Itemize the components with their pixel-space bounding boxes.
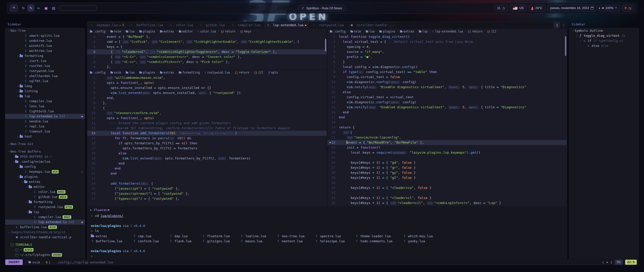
tree-item[interactable]: ☾keymaps.lua#10⚠ bbox=[5, 169, 85, 174]
tree-item[interactable]: ▸Juegos/Indies/SteamLibrary/st bbox=[5, 230, 85, 235]
tree-item[interactable]: ☾timeout.lua bbox=[5, 129, 85, 134]
tabpage-2[interactable]: 2 bbox=[560, 22, 567, 28]
breadcrumb-item[interactable]: {}[2] bbox=[254, 71, 263, 74]
breadcrumb-item[interactable]: []return bbox=[235, 71, 249, 74]
file-entry[interactable]: ☾floaterm.lua bbox=[202, 233, 230, 239]
tab-github-lua[interactable]: ☾github.lua bbox=[196, 22, 228, 28]
tab-keymaps-lua[interactable]: ☾keymaps.lua⚠3 bbox=[87, 22, 127, 28]
file-entry[interactable]: ☾which-key.lua bbox=[403, 233, 433, 239]
tree-item[interactable]: ☾compiler.lua#682 bbox=[5, 215, 85, 220]
tree-item[interactable]: ☾compiler.lua bbox=[5, 99, 85, 104]
code-area[interactable]: 3 event = { "BufRead" },4 cmd = { [1]"Cc… bbox=[87, 34, 327, 70]
file-entry[interactable]: ☾yanky.lua bbox=[403, 239, 433, 244]
floaterm-header[interactable]: ▶ Floaterm bbox=[87, 207, 567, 213]
tree-item[interactable]: ▾editor bbox=[5, 184, 85, 189]
breadcrumb-item[interactable]: lua bbox=[366, 30, 375, 33]
file-entry[interactable]: ☾lualine.lua bbox=[240, 233, 266, 239]
tree-item[interactable]: ☾rustywind.lua#726 bbox=[5, 205, 85, 210]
breadcrumb-item[interactable]: .config bbox=[330, 30, 345, 33]
breadcrumb-item[interactable]: .config bbox=[90, 71, 105, 74]
tree-item[interactable]: ☾shellharden.lua bbox=[5, 74, 85, 79]
tree-item[interactable]: ▾config bbox=[5, 164, 85, 169]
tree-item[interactable]: ☾bufferline.lua#328 bbox=[5, 225, 85, 230]
tree-item[interactable]: ▾.config/nvim/lua bbox=[5, 159, 85, 164]
breadcrumb-item[interactable]: editor bbox=[179, 30, 193, 33]
breadcrumb-item[interactable]: lua bbox=[126, 30, 135, 33]
tab-bufferline-lua[interactable]: ☾bufferline.lua bbox=[127, 22, 166, 28]
symbols-outline-panel[interactable]: ▾Symbols Outline▾ƒtoggle_diag_virtextfu▸… bbox=[569, 28, 639, 259]
breadcrumb-item[interactable]: nvim bbox=[110, 71, 121, 74]
outline-item[interactable]: ▸◇ifif type(config.vi bbox=[569, 38, 639, 43]
tree-item[interactable]: ›~#2859 bbox=[5, 247, 85, 252]
tab-compiler-lua[interactable]: ☾compiler.lua bbox=[228, 22, 263, 28]
tree-item[interactable]: ▨scrollbar-handle-vertical.p bbox=[5, 235, 85, 240]
file-entry[interactable]: ☾mason.lua bbox=[240, 239, 266, 244]
breadcrumb-item[interactable]: lua bbox=[126, 71, 135, 74]
edit-button[interactable]: ✎ bbox=[27, 5, 34, 12]
breadcrumb-item[interactable]: {}return bbox=[221, 30, 235, 33]
date-widget[interactable]: jueves, noviembre 16, 2023 bbox=[547, 5, 597, 12]
breadcrumb-item[interactable]: ƒopts bbox=[268, 71, 278, 74]
link-button[interactable]: ∞ bbox=[35, 5, 42, 12]
tree-item[interactable]: ▾lsp bbox=[5, 94, 85, 99]
tree-item[interactable]: ☾smart-splits.lua bbox=[5, 33, 85, 38]
tab-lsp-extended-lua[interactable]: ☾lsp-extended.lua● bbox=[264, 22, 310, 28]
outline-item[interactable]: ▾ƒtoggle_diag_virtextfu bbox=[569, 33, 639, 38]
tab-color-lua[interactable]: ☾color.lua bbox=[166, 22, 196, 28]
breadcrumb-item[interactable]: formatting bbox=[179, 71, 200, 74]
breadcrumb-item[interactable]: nvim bbox=[110, 30, 121, 33]
tree-section-header[interactable]: ▾Neo-Tree Buffers bbox=[5, 149, 85, 154]
file-entry[interactable]: ☾cmp.lua bbox=[133, 233, 159, 239]
breadcrumb-item[interactable]: extras bbox=[160, 71, 174, 74]
neo-tree-panel[interactable]: ▾Neo-Tree☾smart-splits.lua☾undotree.lua☾… bbox=[5, 28, 85, 259]
file-entry[interactable]: ☾bufferline.lua bbox=[91, 239, 122, 244]
tree-item[interactable]: ☾rustfmt.lua bbox=[5, 63, 85, 69]
tree-item[interactable]: ▸test bbox=[5, 134, 85, 139]
clipboard-button[interactable]: ▣ bbox=[43, 5, 50, 12]
tree-item[interactable]: ▾plugins bbox=[5, 174, 85, 179]
file-entry[interactable]: ☾dap.lua bbox=[169, 233, 191, 239]
tree-item[interactable]: ☾neodim.lua bbox=[5, 119, 85, 124]
keyboard-layout-widget[interactable]: US bbox=[510, 5, 527, 12]
tree-item[interactable]: ☾lsp-extended.lu[+]● bbox=[5, 114, 85, 119]
breadcrumb-item[interactable]: extras bbox=[160, 30, 174, 33]
tabpage-1[interactable]: 1 bbox=[554, 22, 560, 28]
breadcrumb-item[interactable]: lsp bbox=[419, 30, 428, 33]
scrollbar-handle[interactable] bbox=[565, 36, 566, 56]
breadcrumb-item[interactable]: plugins bbox=[379, 30, 395, 33]
outline-header[interactable]: ▾Symbols Outline bbox=[569, 28, 639, 33]
breadcrumb-item[interactable]: .config bbox=[90, 30, 105, 33]
breadcrumb-item[interactable]: ☾lsp-extended.lua bbox=[432, 30, 463, 33]
tree-item[interactable]: ☾worktree.lua bbox=[5, 48, 85, 53]
tree-item[interactable]: OPEN BUFFERS in ~ bbox=[5, 154, 85, 159]
file-entry[interactable]: ☾gitsigns.lua bbox=[202, 239, 230, 244]
breadcrumb-item[interactable]: {}[1] bbox=[487, 30, 497, 33]
tab-rustywind-lua[interactable]: ☾rustywind.lua bbox=[309, 22, 347, 28]
terminal[interactable]: ›cdlua/plugins/ nvim/lua/pluginsvia☾v5.4… bbox=[87, 213, 567, 258]
file-entry[interactable]: ☾neo-tree.lua bbox=[277, 233, 304, 239]
weather-widget[interactable]: 24°C bbox=[529, 5, 545, 12]
tree-item[interactable]: ▸linting bbox=[5, 89, 85, 94]
tree-item[interactable]: ▸lang bbox=[5, 84, 85, 89]
tree-section-header[interactable]: ▾Neo-Tree bbox=[5, 28, 85, 33]
breadcrumb-item[interactable]: extras bbox=[400, 30, 414, 33]
file-entry[interactable]: ☾theme-loader.lua bbox=[355, 233, 392, 239]
file-entry[interactable]: ☾neotest.lua bbox=[277, 239, 304, 244]
breadcrumb-item[interactable]: {}keys bbox=[240, 30, 251, 33]
code-area[interactable]: 1local function toggle_diag_virtext()2 l… bbox=[327, 34, 567, 206]
code-area[interactable]: 3 [1]"williamboman/mason.nvim",4 opts = … bbox=[87, 75, 327, 201]
tree-item[interactable]: ☾undotree.lua bbox=[5, 38, 85, 43]
file-entry[interactable]: ☾spectre.lua bbox=[315, 233, 345, 239]
tree-item[interactable]: ☾winshift.lua bbox=[5, 43, 85, 48]
tree-item[interactable]: ☾sqlfmt.lua bbox=[5, 79, 85, 84]
file-entry[interactable]: ☾conform.lua bbox=[133, 239, 159, 244]
tree-item[interactable]: ▾lsp bbox=[5, 210, 85, 215]
scrollbar-handle[interactable] bbox=[325, 39, 326, 51]
tree-item[interactable]: ▾formatting bbox=[5, 53, 85, 58]
file-entry[interactable]: extras bbox=[91, 233, 122, 239]
tree-item[interactable]: ☾rustywind.lua bbox=[5, 69, 85, 74]
breadcrumb-item[interactable]: plugins bbox=[139, 71, 155, 74]
tree-item[interactable]: ☾isort.lua bbox=[5, 58, 85, 63]
tree-item[interactable]: ☾lightbulb.lua bbox=[5, 109, 85, 114]
tree-section-header[interactable]: ▸Neo-Tree Git bbox=[5, 142, 85, 147]
